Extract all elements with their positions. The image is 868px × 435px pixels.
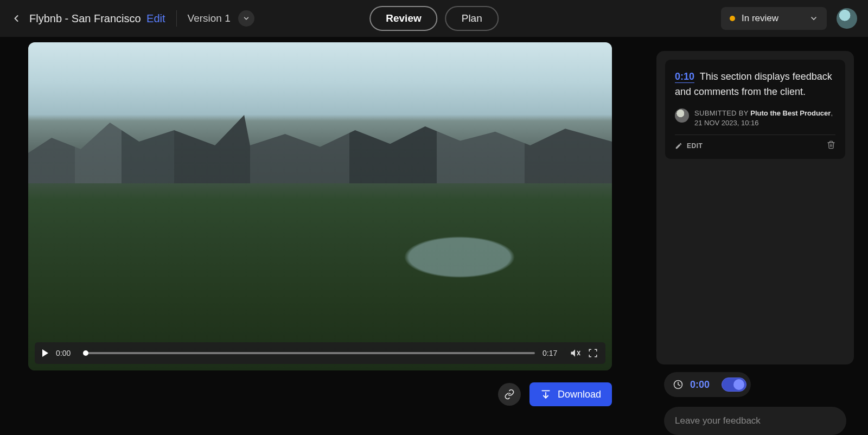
- video-controls: 0:00 0:17: [35, 342, 605, 364]
- copy-link-button[interactable]: [498, 383, 521, 406]
- timestamp-toggle[interactable]: [722, 378, 746, 392]
- status-dot-icon: [730, 16, 735, 21]
- project-title: Flybnb - San Francisco: [29, 12, 141, 24]
- comment-text: This section displays feedback and comme…: [675, 71, 832, 97]
- top-bar: Flybnb - San Francisco Edit Version 1 Re…: [0, 0, 868, 37]
- tab-plan[interactable]: Plan: [445, 6, 499, 31]
- download-icon: [540, 389, 551, 400]
- edit-title-link[interactable]: Edit: [146, 12, 165, 24]
- status-dropdown[interactable]: In review: [721, 7, 827, 30]
- edit-icon: [675, 142, 682, 150]
- feedback-input[interactable]: Leave your feedback: [664, 407, 846, 435]
- comment-meta: SUBMITTED BY Pluto the Best Producer, 21…: [694, 108, 835, 128]
- status-label: In review: [742, 13, 778, 24]
- link-icon: [504, 389, 515, 400]
- download-button[interactable]: Download: [529, 382, 612, 406]
- video-current-time: 0:00: [56, 349, 75, 357]
- timestamp-value: 0:00: [690, 379, 710, 391]
- divider: [176, 10, 177, 27]
- comments-panel: 0:10 This section displays feedback and …: [656, 51, 854, 364]
- feedback-placeholder: Leave your feedback: [675, 415, 761, 426]
- comment-timecode[interactable]: 0:10: [675, 71, 694, 83]
- video-seek-track[interactable]: [83, 352, 535, 354]
- play-button[interactable]: [42, 349, 48, 357]
- clock-icon: [673, 379, 684, 390]
- video-thumbnail: [28, 42, 612, 370]
- chevron-down-icon: [809, 14, 818, 23]
- timestamp-widget: 0:00: [664, 372, 751, 397]
- comment-card: 0:10 This section displays feedback and …: [665, 60, 845, 159]
- video-player[interactable]: 0:00 0:17: [28, 42, 612, 370]
- delete-comment-button[interactable]: [827, 140, 835, 151]
- comment-author-avatar: [675, 108, 689, 123]
- user-avatar[interactable]: [837, 8, 857, 29]
- tab-review[interactable]: Review: [369, 6, 437, 31]
- chevron-down-icon: [242, 15, 250, 22]
- video-duration: 0:17: [542, 349, 562, 357]
- fullscreen-button[interactable]: [588, 348, 598, 358]
- version-dropdown-button[interactable]: [238, 10, 254, 27]
- download-label: Download: [558, 389, 601, 400]
- mute-button[interactable]: [570, 348, 580, 359]
- back-button[interactable]: [11, 13, 22, 24]
- version-label: Version 1: [188, 12, 231, 24]
- trash-icon: [827, 140, 835, 149]
- edit-comment-button[interactable]: EDIT: [675, 142, 703, 150]
